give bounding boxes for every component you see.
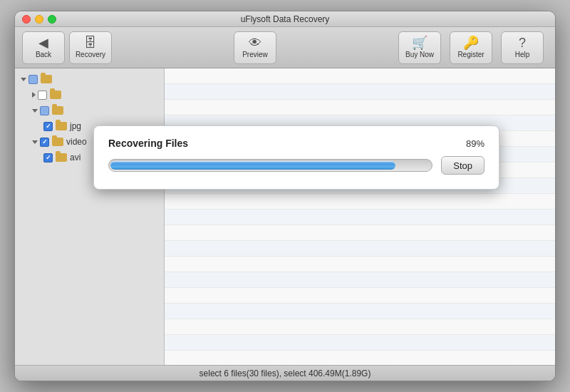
file-row <box>165 68 555 84</box>
file-row <box>165 319 555 335</box>
recovery-label: Recovery <box>76 51 105 58</box>
file-row <box>165 225 555 241</box>
help-icon: ? <box>519 36 526 49</box>
checkbox-sub1[interactable] <box>38 91 47 100</box>
progress-dialog: Recovering Files 89% Stop <box>93 125 499 190</box>
progress-bar-container <box>108 159 432 172</box>
file-row <box>165 304 555 319</box>
file-row <box>165 84 555 100</box>
tree-item-sub1[interactable] <box>15 87 164 103</box>
folder-icon-sub1 <box>50 91 61 99</box>
folder-icon-avi <box>56 153 67 162</box>
folder-icon-video <box>52 138 63 146</box>
triangle-open-icon-sub2 <box>32 109 38 113</box>
main-wrapper: jpg video avi <box>15 68 555 365</box>
back-icon: ◀ <box>38 36 48 49</box>
checkbox-jpg[interactable] <box>43 122 53 131</box>
file-row <box>165 288 555 304</box>
file-row <box>165 210 555 225</box>
progress-header: Recovering Files 89% <box>108 138 484 149</box>
toolbar-right-buttons: 🛒 Buy Now 🔑 Register ? Help <box>398 31 548 64</box>
file-row <box>165 257 555 272</box>
file-row <box>165 100 555 115</box>
file-row <box>165 241 555 257</box>
triangle-closed-icon <box>32 92 36 98</box>
progress-row: Stop <box>108 156 484 175</box>
main-content: jpg video avi <box>15 68 555 365</box>
checkbox-avi[interactable] <box>43 153 53 163</box>
back-button[interactable]: ◀ Back <box>22 31 65 64</box>
help-label: Help <box>515 51 530 58</box>
file-row <box>165 194 555 210</box>
triangle-open-icon-video <box>32 140 38 144</box>
checkbox-root[interactable] <box>28 75 38 84</box>
register-icon: 🔑 <box>463 36 479 49</box>
triangle-open-icon <box>21 78 26 81</box>
main-window: uFlysoft Data Recovery ◀ Back 🗄 Recovery… <box>14 11 556 381</box>
recovery-button[interactable]: 🗄 Recovery <box>69 31 112 64</box>
file-row <box>165 272 555 288</box>
statusbar-text: select 6 files(30 files), select 406.49M… <box>200 368 371 378</box>
checkbox-video[interactable] <box>40 138 49 147</box>
help-button[interactable]: ? Help <box>501 31 544 64</box>
register-label: Register <box>457 51 484 58</box>
close-button[interactable] <box>22 15 31 24</box>
folder-icon-jpg <box>56 122 67 130</box>
preview-button[interactable]: 👁 Preview <box>234 31 276 64</box>
buy-now-icon: 🛒 <box>412 36 428 49</box>
progress-title: Recovering Files <box>108 138 188 149</box>
register-button[interactable]: 🔑 Register <box>450 31 492 64</box>
folder-icon <box>41 75 52 83</box>
traffic-lights <box>22 15 56 24</box>
progress-bar-fill <box>110 161 395 170</box>
back-label: Back <box>36 51 51 58</box>
tree-label-avi: avi <box>70 153 81 163</box>
recovery-icon: 🗄 <box>84 36 97 49</box>
titlebar: uFlysoft Data Recovery <box>15 11 555 27</box>
file-list[interactable] <box>165 68 555 365</box>
folder-icon-sub2 <box>52 106 63 115</box>
sidebar: jpg video avi <box>15 68 165 365</box>
file-row <box>165 335 555 351</box>
minimize-button[interactable] <box>35 15 43 24</box>
preview-label: Preview <box>242 51 268 58</box>
checkbox-sub2[interactable] <box>40 106 49 115</box>
buy-now-button[interactable]: 🛒 Buy Now <box>398 31 441 64</box>
tree-item-root[interactable] <box>15 71 164 87</box>
tree-label-jpg: jpg <box>70 121 81 131</box>
statusbar: select 6 files(30 files), select 406.49M… <box>15 365 555 381</box>
tree-item-sub2[interactable] <box>15 103 164 118</box>
progress-percent: 89% <box>466 138 484 149</box>
stop-button[interactable]: Stop <box>441 156 484 175</box>
window-title: uFlysoft Data Recovery <box>241 14 330 24</box>
toolbar: ◀ Back 🗄 Recovery 👁 Preview 🛒 Buy Now 🔑 … <box>15 27 555 68</box>
buy-now-label: Buy Now <box>405 51 434 58</box>
tree-label-video: video <box>66 137 87 147</box>
preview-icon: 👁 <box>249 36 261 49</box>
maximize-button[interactable] <box>48 15 56 24</box>
